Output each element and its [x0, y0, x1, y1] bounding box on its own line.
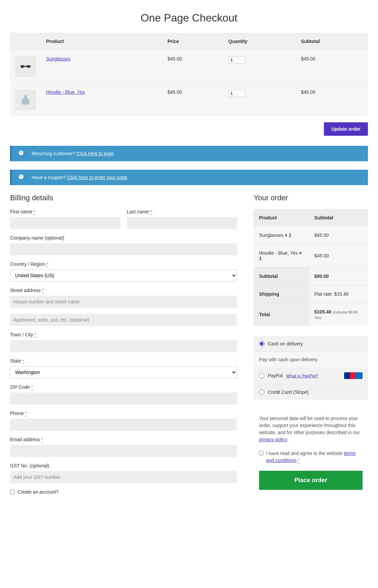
total-value: $105.40 (includes $9.58 Tax) — [309, 303, 368, 326]
state-label: State * — [10, 358, 237, 364]
stripe-radio[interactable] — [259, 389, 264, 395]
col-price: Price — [163, 33, 223, 50]
privacy-text: Your personal data will be used to proce… — [259, 416, 360, 435]
product-subtotal: $45.00 — [296, 50, 368, 83]
phone-input[interactable] — [10, 419, 237, 431]
table-row: Hoodie - Blue, Yes $45.00 $45.00 — [10, 83, 368, 117]
col-quantity: Quantity — [223, 33, 296, 50]
order-heading: Your order — [254, 194, 368, 202]
login-notice-text: Returning customer? — [32, 151, 77, 156]
page-title: One Page Checkout — [10, 12, 368, 24]
svg-point-0 — [24, 95, 27, 98]
gst-label: GST No. (optional) — [10, 463, 237, 468]
order-subtotal-col: Subtotal — [309, 209, 368, 226]
place-order-button[interactable]: Place order — [259, 471, 363, 490]
city-label: Town / City * — [10, 332, 237, 337]
email-input[interactable] — [10, 445, 237, 457]
payment-methods: Cash on delivery Pay with cash upon deli… — [254, 336, 368, 400]
city-input[interactable] — [10, 340, 237, 352]
product-subtotal: $45.00 — [296, 83, 368, 117]
col-product: Product — [41, 33, 163, 50]
payment-option-paypal[interactable]: PayPal What is PayPal? — [254, 367, 368, 384]
subtotal-value: $90.00 — [309, 267, 368, 285]
shipping-label: Shipping — [254, 285, 309, 303]
country-select[interactable]: United States (US) — [10, 269, 237, 282]
order-item-row: Hoodie - Blue, Yes × 1$45.00 — [254, 244, 368, 267]
paypal-cards-icon — [344, 372, 363, 379]
state-select[interactable]: Washington — [10, 366, 237, 378]
company-label: Company name (optional) — [10, 235, 237, 241]
coupon-notice-text: Have a coupon? — [32, 175, 67, 180]
last-name-input[interactable] — [127, 217, 237, 229]
quantity-input[interactable] — [228, 56, 245, 64]
product-link[interactable]: Sunglasses — [46, 56, 70, 61]
zip-label: ZIP Code * — [10, 384, 237, 390]
phone-label: Phone * — [10, 411, 237, 416]
terms-checkbox[interactable] — [259, 451, 263, 455]
payment-option-stripe[interactable]: Credit Card (Stripe) — [254, 384, 368, 400]
paypal-radio[interactable] — [259, 373, 264, 378]
quantity-input[interactable] — [228, 89, 245, 97]
coupon-notice: i Have a coupon? Click here to enter you… — [10, 170, 368, 185]
gst-input[interactable] — [10, 471, 237, 483]
order-summary-table: Product Subtotal Sunglasses × 1$45.00 Ho… — [254, 209, 368, 326]
address-label: Street address * — [10, 288, 237, 293]
privacy-policy-link[interactable]: privacy policy — [259, 437, 287, 442]
paypal-help-link[interactable]: What is PayPal? — [286, 373, 318, 378]
privacy-section: Your personal data will be used to proce… — [254, 408, 368, 497]
zip-input[interactable] — [10, 392, 237, 405]
coupon-link[interactable]: Click here to enter your code — [67, 175, 127, 180]
create-account-label: Create an account? — [17, 489, 58, 495]
last-name-label: Last name * — [127, 209, 237, 214]
cod-description: Pay with cash upon delivery. — [254, 352, 368, 367]
table-row: Sunglasses $45.00 $45.00 — [10, 50, 368, 83]
product-price: $45.00 — [163, 50, 223, 83]
create-account-checkbox[interactable] — [10, 490, 15, 494]
total-label: Total — [254, 303, 309, 326]
svg-rect-1 — [25, 100, 27, 102]
first-name-label: First name * — [10, 209, 120, 214]
first-name-input[interactable] — [10, 217, 120, 229]
address-line1-input[interactable] — [10, 296, 237, 308]
country-label: Country / Region * — [10, 261, 237, 267]
shipping-value: Flat rate: $15.40 — [309, 285, 368, 303]
order-item-row: Sunglasses × 1$45.00 — [254, 226, 368, 244]
login-link[interactable]: Click here to login — [77, 151, 114, 156]
col-subtotal: Subtotal — [296, 33, 368, 50]
info-icon: i — [19, 174, 24, 179]
subtotal-label: Subtotal — [254, 267, 309, 285]
product-thumb-sunglasses — [15, 56, 36, 77]
terms-prefix: I have read and agree to the website — [266, 451, 344, 456]
info-icon: i — [19, 151, 24, 155]
email-label: Email address * — [10, 437, 237, 442]
product-link[interactable]: Hoodie - Blue, Yes — [46, 89, 85, 95]
cod-radio[interactable] — [259, 341, 264, 346]
update-order-button[interactable]: Update order — [324, 122, 368, 136]
billing-heading: Billing details — [10, 194, 237, 202]
company-input[interactable] — [10, 243, 237, 255]
login-notice: i Returning customer? Click here to logi… — [10, 146, 368, 161]
payment-option-cod[interactable]: Cash on delivery — [254, 336, 368, 352]
order-product-col: Product — [254, 209, 309, 226]
product-price: $45.00 — [163, 83, 223, 117]
address-line2-input[interactable] — [10, 314, 237, 326]
product-table: Product Price Quantity Subtotal Sunglass… — [10, 33, 368, 116]
product-thumb-hoodie — [15, 89, 36, 110]
